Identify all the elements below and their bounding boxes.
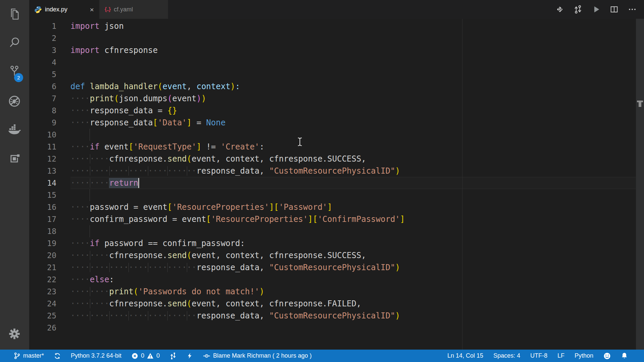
encoding-item[interactable]: UTF-8 [530, 352, 547, 359]
search-icon[interactable] [8, 37, 20, 50]
line-number: 19 [29, 237, 70, 249]
code-line[interactable]: 6def lambda_handler(event, context): [29, 80, 644, 93]
encoding-label: UTF-8 [530, 352, 547, 359]
docker-icon[interactable] [8, 123, 21, 138]
pull-request-item[interactable] [170, 353, 176, 359]
code-token: 'Password' [279, 202, 327, 212]
branch-label: master* [23, 352, 44, 359]
code-line[interactable]: 10 [29, 129, 644, 141]
code-line[interactable]: 13··························response_dat… [29, 165, 644, 177]
code-token: ) [197, 94, 201, 103]
code-editor[interactable]: 1import json23import cfnresponse456def l… [29, 19, 644, 350]
whitespace-dots: ···· [70, 166, 90, 176]
whitespace-dots: ···· [70, 275, 90, 284]
close-tab-icon[interactable]: × [90, 6, 94, 13]
whitespace-dots: ···· [90, 166, 109, 176]
tab-index-py[interactable]: index.py × [29, 0, 99, 19]
code-line[interactable]: 14········return [29, 177, 644, 189]
git-branch-item[interactable]: master* [13, 352, 44, 359]
code-line[interactable]: 23········print('Passwords do not match!… [29, 286, 644, 298]
code-line[interactable]: 12········cfnresponse.send(event, contex… [29, 153, 644, 165]
feedback-smiley-icon[interactable] [603, 352, 611, 360]
settings-gear-icon[interactable] [8, 328, 20, 341]
editor-scrollbar[interactable] [636, 19, 644, 350]
line-number: 7 [29, 93, 70, 105]
code-line[interactable]: 2 [29, 32, 644, 44]
code-line[interactable]: 22····else: [29, 274, 644, 286]
code-line[interactable]: 16····password = event['ResourceProperti… [29, 201, 644, 213]
text-caret [138, 178, 139, 188]
line-number: 11 [29, 141, 70, 153]
whitespace-dots: ···· [70, 142, 90, 152]
code-line[interactable]: 9····response_data['Data'] = None [29, 117, 644, 129]
code-token: else [90, 275, 109, 284]
line-number: 24 [29, 298, 70, 310]
indentation-item[interactable]: Spaces: 4 [493, 352, 520, 359]
notifications-bell-icon[interactable] [621, 352, 628, 359]
code-line[interactable]: 4 [29, 56, 644, 68]
line-number: 1 [29, 20, 70, 32]
code-line[interactable]: 21··························response_dat… [29, 261, 644, 274]
line-number: 16 [29, 201, 70, 213]
code-token: json [100, 21, 124, 31]
code-line[interactable]: 3import cfnresponse [29, 44, 644, 56]
indent-guide [70, 129, 90, 141]
code-line[interactable]: 11····if event['RequestType'] != 'Create… [29, 141, 644, 153]
code-line[interactable]: 18 [29, 225, 644, 237]
code-line[interactable]: 15 [29, 189, 644, 201]
code-token: response_data, [197, 263, 269, 272]
tab-cf-yaml[interactable]: {..} cf.yaml [99, 0, 168, 19]
explorer-icon[interactable] [8, 8, 20, 21]
code-line[interactable]: 1import json [29, 20, 644, 32]
code-token: json.dumps [119, 94, 168, 103]
language-mode-item[interactable]: Python [575, 352, 593, 359]
debug-icon[interactable] [8, 95, 21, 109]
split-editor-icon[interactable] [609, 4, 619, 14]
editor-toolbar [555, 0, 644, 19]
code-token: event, context, cfnresponse.SUCCESS, [192, 154, 366, 164]
code-token: [ [128, 142, 133, 152]
whitespace-dots: ···· [70, 215, 90, 224]
whitespace-dots: ···· [167, 263, 187, 272]
problems-item[interactable]: 0 0 [131, 352, 160, 359]
eol-item[interactable]: LF [557, 352, 565, 359]
code-line[interactable]: 5 [29, 68, 644, 80]
code-token: {} [167, 106, 177, 115]
code-line[interactable]: 24········cfnresponse.send(event, contex… [29, 298, 644, 310]
python-interpreter-item[interactable]: Python 3.7.2 64-bit [71, 352, 121, 359]
whitespace-dots: ···· [70, 106, 90, 115]
whitespace-dots: ···· [70, 202, 90, 212]
code-token: ) [395, 311, 400, 320]
whitespace-dots: ···· [109, 166, 129, 176]
code-token: [ [153, 118, 158, 127]
extensions-icon[interactable] [8, 153, 20, 166]
code-token: cfnresponse. [109, 299, 167, 308]
whitespace-dots: ···· [70, 118, 90, 127]
git-branch-icon [13, 352, 20, 359]
code-line-content: ········cfnresponse.send(event, context,… [70, 298, 644, 310]
code-line[interactable]: 19····if password == confirm_password: [29, 237, 644, 249]
code-line[interactable]: 7····print(json.dumps(event)) [29, 93, 644, 105]
line-number: 15 [29, 189, 70, 201]
code-line[interactable]: 20········cfnresponse.send(event, contex… [29, 249, 644, 261]
code-line[interactable]: 17····confirm_password = event['Resource… [29, 213, 644, 225]
line-number: 9 [29, 117, 70, 129]
code-token: ][ [308, 215, 318, 224]
sync-item[interactable] [54, 353, 61, 359]
code-line[interactable]: 8····response_data = {} [29, 105, 644, 117]
code-line-content [70, 322, 644, 334]
lightning-item[interactable] [186, 353, 193, 359]
code-token: send [167, 299, 187, 308]
code-token: print [109, 287, 133, 296]
code-token: ( [133, 287, 138, 296]
run-icon[interactable] [591, 4, 601, 14]
cursor-position-item[interactable]: Ln 14, Col 15 [447, 352, 483, 359]
more-actions-icon[interactable] [627, 4, 637, 14]
code-line[interactable]: 26 [29, 322, 644, 334]
compare-changes-icon[interactable] [573, 4, 583, 14]
eol-label: LF [557, 352, 565, 359]
whitespace-dots: ·· [187, 311, 197, 320]
code-line[interactable]: 25··························response_dat… [29, 310, 644, 322]
gitlens-blame-item[interactable]: Blame Mark Richman ( 2 hours ago ) [203, 352, 312, 360]
gitlens-open-changes-icon[interactable] [555, 4, 565, 14]
